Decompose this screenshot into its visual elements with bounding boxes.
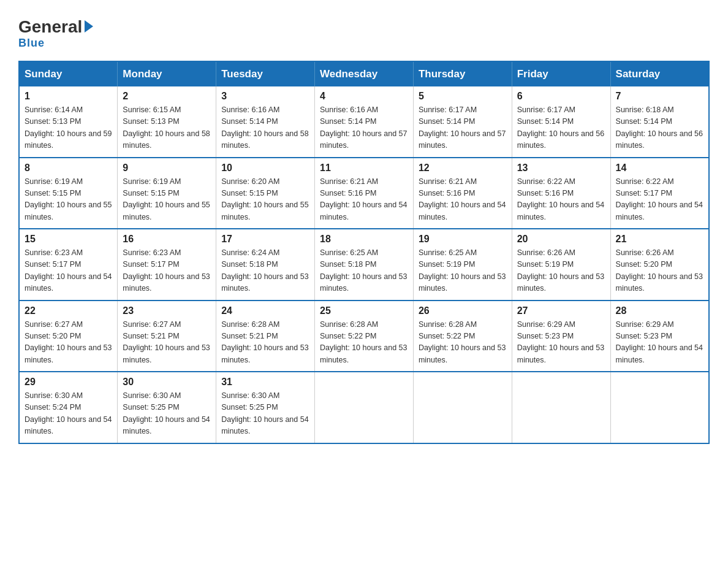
day-number: 5 — [419, 91, 507, 102]
calendar-header: SundayMondayTuesdayWednesdayThursdayFrid… — [19, 61, 709, 86]
logo-blue-text: Blue — [18, 37, 45, 50]
header-cell-saturday: Saturday — [610, 61, 709, 86]
day-info: Sunrise: 6:26 AM Sunset: 5:19 PM Dayligh… — [517, 247, 605, 295]
day-cell: 8 Sunrise: 6:19 AM Sunset: 5:15 PM Dayli… — [19, 158, 118, 229]
day-info: Sunrise: 6:28 AM Sunset: 5:21 PM Dayligh… — [221, 319, 309, 367]
day-info: Sunrise: 6:27 AM Sunset: 5:20 PM Dayligh… — [25, 319, 112, 367]
day-cell: 17 Sunrise: 6:24 AM Sunset: 5:18 PM Dayl… — [216, 229, 315, 301]
day-cell: 7 Sunrise: 6:18 AM Sunset: 5:14 PM Dayli… — [610, 86, 709, 158]
day-number: 17 — [221, 234, 309, 245]
day-info: Sunrise: 6:22 AM Sunset: 5:16 PM Dayligh… — [517, 176, 605, 224]
day-info: Sunrise: 6:22 AM Sunset: 5:17 PM Dayligh… — [616, 176, 703, 224]
day-info: Sunrise: 6:30 AM Sunset: 5:24 PM Dayligh… — [25, 390, 112, 438]
logo-triangle-icon — [85, 20, 93, 33]
header-cell-monday: Monday — [118, 61, 216, 86]
logo-area: General Blue — [18, 18, 93, 50]
day-cell: 27 Sunrise: 6:29 AM Sunset: 5:23 PM Dayl… — [512, 301, 610, 372]
day-cell: 5 Sunrise: 6:17 AM Sunset: 5:14 PM Dayli… — [413, 86, 512, 158]
day-cell: 23 Sunrise: 6:27 AM Sunset: 5:21 PM Dayl… — [118, 301, 216, 372]
day-cell: 25 Sunrise: 6:28 AM Sunset: 5:22 PM Dayl… — [315, 301, 414, 372]
day-number: 2 — [123, 91, 211, 102]
day-number: 23 — [123, 305, 211, 316]
day-number: 22 — [25, 305, 112, 316]
day-number: 9 — [123, 163, 211, 174]
day-cell: 6 Sunrise: 6:17 AM Sunset: 5:14 PM Dayli… — [512, 86, 610, 158]
day-cell: 2 Sunrise: 6:15 AM Sunset: 5:13 PM Dayli… — [118, 86, 216, 158]
day-cell: 15 Sunrise: 6:23 AM Sunset: 5:17 PM Dayl… — [19, 229, 118, 301]
day-cell: 19 Sunrise: 6:25 AM Sunset: 5:19 PM Dayl… — [413, 229, 512, 301]
day-info: Sunrise: 6:24 AM Sunset: 5:18 PM Dayligh… — [221, 247, 309, 295]
week-row-2: 8 Sunrise: 6:19 AM Sunset: 5:15 PM Dayli… — [19, 158, 709, 229]
day-info: Sunrise: 6:18 AM Sunset: 5:14 PM Dayligh… — [616, 104, 703, 152]
day-cell: 18 Sunrise: 6:25 AM Sunset: 5:18 PM Dayl… — [315, 229, 414, 301]
header-cell-sunday: Sunday — [19, 61, 118, 86]
day-number: 27 — [517, 305, 605, 316]
day-cell: 11 Sunrise: 6:21 AM Sunset: 5:16 PM Dayl… — [315, 158, 414, 229]
day-number: 12 — [419, 163, 507, 174]
day-cell: 3 Sunrise: 6:16 AM Sunset: 5:14 PM Dayli… — [216, 86, 315, 158]
day-info: Sunrise: 6:30 AM Sunset: 5:25 PM Dayligh… — [221, 390, 309, 438]
day-number: 8 — [25, 163, 112, 174]
day-number: 19 — [419, 234, 507, 245]
week-row-5: 29 Sunrise: 6:30 AM Sunset: 5:24 PM Dayl… — [19, 372, 709, 443]
day-cell: 29 Sunrise: 6:30 AM Sunset: 5:24 PM Dayl… — [19, 372, 118, 443]
day-info: Sunrise: 6:29 AM Sunset: 5:23 PM Dayligh… — [616, 319, 703, 367]
day-info: Sunrise: 6:25 AM Sunset: 5:18 PM Dayligh… — [320, 247, 408, 295]
day-number: 7 — [616, 91, 703, 102]
week-row-1: 1 Sunrise: 6:14 AM Sunset: 5:13 PM Dayli… — [19, 86, 709, 158]
day-number: 16 — [123, 234, 211, 245]
logo: General — [18, 18, 93, 36]
day-info: Sunrise: 6:21 AM Sunset: 5:16 PM Dayligh… — [419, 176, 507, 224]
logo-general-text: General — [18, 18, 82, 36]
day-info: Sunrise: 6:17 AM Sunset: 5:14 PM Dayligh… — [517, 104, 605, 152]
day-number: 25 — [320, 305, 408, 316]
day-number: 4 — [320, 91, 408, 102]
day-number: 3 — [221, 91, 309, 102]
day-number: 30 — [123, 377, 211, 388]
day-info: Sunrise: 6:19 AM Sunset: 5:15 PM Dayligh… — [25, 176, 112, 224]
day-info: Sunrise: 6:19 AM Sunset: 5:15 PM Dayligh… — [123, 176, 211, 224]
day-number: 21 — [616, 234, 703, 245]
header-cell-friday: Friday — [512, 61, 610, 86]
header-cell-thursday: Thursday — [413, 61, 512, 86]
day-cell — [315, 372, 414, 443]
day-number: 6 — [517, 91, 605, 102]
day-cell: 16 Sunrise: 6:23 AM Sunset: 5:17 PM Dayl… — [118, 229, 216, 301]
day-number: 10 — [221, 163, 309, 174]
day-info: Sunrise: 6:25 AM Sunset: 5:19 PM Dayligh… — [419, 247, 507, 295]
day-number: 29 — [25, 377, 112, 388]
day-cell: 30 Sunrise: 6:30 AM Sunset: 5:25 PM Dayl… — [118, 372, 216, 443]
header-cell-tuesday: Tuesday — [216, 61, 315, 86]
day-info: Sunrise: 6:28 AM Sunset: 5:22 PM Dayligh… — [419, 319, 507, 367]
calendar-body: 1 Sunrise: 6:14 AM Sunset: 5:13 PM Dayli… — [19, 86, 709, 443]
day-cell: 13 Sunrise: 6:22 AM Sunset: 5:16 PM Dayl… — [512, 158, 610, 229]
day-cell: 10 Sunrise: 6:20 AM Sunset: 5:15 PM Dayl… — [216, 158, 315, 229]
week-row-3: 15 Sunrise: 6:23 AM Sunset: 5:17 PM Dayl… — [19, 229, 709, 301]
day-cell — [413, 372, 512, 443]
day-cell: 26 Sunrise: 6:28 AM Sunset: 5:22 PM Dayl… — [413, 301, 512, 372]
day-info: Sunrise: 6:20 AM Sunset: 5:15 PM Dayligh… — [221, 176, 309, 224]
day-number: 18 — [320, 234, 408, 245]
day-cell: 14 Sunrise: 6:22 AM Sunset: 5:17 PM Dayl… — [610, 158, 709, 229]
day-info: Sunrise: 6:29 AM Sunset: 5:23 PM Dayligh… — [517, 319, 605, 367]
day-info: Sunrise: 6:17 AM Sunset: 5:14 PM Dayligh… — [419, 104, 507, 152]
day-info: Sunrise: 6:30 AM Sunset: 5:25 PM Dayligh… — [123, 390, 211, 438]
day-number: 26 — [419, 305, 507, 316]
day-info: Sunrise: 6:23 AM Sunset: 5:17 PM Dayligh… — [25, 247, 112, 295]
day-number: 20 — [517, 234, 605, 245]
day-cell: 31 Sunrise: 6:30 AM Sunset: 5:25 PM Dayl… — [216, 372, 315, 443]
calendar-table: SundayMondayTuesdayWednesdayThursdayFrid… — [18, 61, 710, 444]
day-cell — [610, 372, 709, 443]
day-info: Sunrise: 6:14 AM Sunset: 5:13 PM Dayligh… — [25, 104, 112, 152]
day-cell: 22 Sunrise: 6:27 AM Sunset: 5:20 PM Dayl… — [19, 301, 118, 372]
day-cell — [512, 372, 610, 443]
day-cell: 20 Sunrise: 6:26 AM Sunset: 5:19 PM Dayl… — [512, 229, 610, 301]
day-cell: 28 Sunrise: 6:29 AM Sunset: 5:23 PM Dayl… — [610, 301, 709, 372]
day-number: 11 — [320, 163, 408, 174]
day-cell: 12 Sunrise: 6:21 AM Sunset: 5:16 PM Dayl… — [413, 158, 512, 229]
day-number: 14 — [616, 163, 703, 174]
day-number: 13 — [517, 163, 605, 174]
day-info: Sunrise: 6:27 AM Sunset: 5:21 PM Dayligh… — [123, 319, 211, 367]
day-number: 15 — [25, 234, 112, 245]
header-row: SundayMondayTuesdayWednesdayThursdayFrid… — [19, 61, 709, 86]
